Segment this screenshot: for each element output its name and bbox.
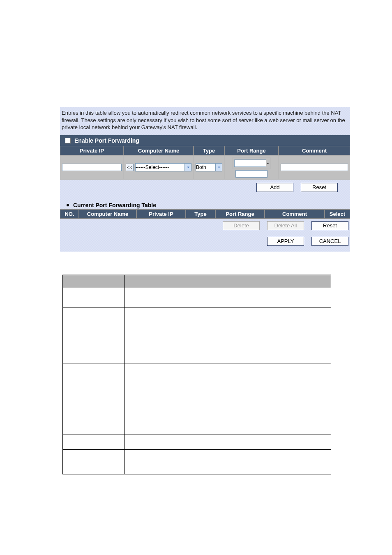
intro-text: Entries in this table allow you to autom… <box>60 107 350 135</box>
header-computer-name: Computer Name <box>124 146 194 155</box>
th-comment: Comment <box>265 209 325 219</box>
table-row <box>63 288 331 308</box>
table-header-row: NO. Computer Name Private IP Type Port R… <box>60 209 350 219</box>
table-row <box>63 435 331 449</box>
table-row <box>63 363 331 383</box>
copy-ip-button[interactable]: << <box>126 164 134 171</box>
header-type: Type <box>194 146 224 155</box>
header-comment: Comment <box>279 146 350 155</box>
th-no: NO. <box>60 209 79 219</box>
cancel-button[interactable]: CANCEL <box>311 237 348 246</box>
port-range-start-input[interactable] <box>234 160 266 167</box>
th-computer-name: Computer Name <box>79 209 136 219</box>
table-row <box>63 275 331 288</box>
computer-name-select[interactable]: ------Select------ <box>135 163 191 171</box>
delete-button[interactable]: Delete <box>223 221 260 230</box>
type-select[interactable]: Both <box>196 163 222 171</box>
reset-table-button[interactable]: Reset <box>311 221 348 230</box>
table-title: Current Port Forwarding Table <box>73 202 156 208</box>
form-input-row: << ------Select------ Both <box>60 155 350 180</box>
enable-port-forwarding-label: Enable Port Forwarding <box>74 137 139 144</box>
apply-button[interactable]: APPLY <box>267 237 304 246</box>
form-buttons: Add Reset <box>60 180 350 193</box>
delete-all-button[interactable]: Delete All <box>267 221 304 230</box>
table-title-row: Current Port Forwarding Table <box>60 193 350 209</box>
add-button[interactable]: Add <box>256 183 293 192</box>
th-select: Select <box>325 209 350 219</box>
table-row <box>63 383 331 420</box>
header-private-ip: Private IP <box>60 146 124 155</box>
th-private-ip: Private IP <box>136 209 186 219</box>
private-ip-input[interactable] <box>62 164 122 171</box>
comment-input[interactable] <box>281 164 348 171</box>
port-forwarding-panel: Entries in this table allow you to autom… <box>60 107 350 252</box>
footer-buttons: APPLY CANCEL <box>60 231 350 248</box>
table-row <box>63 449 331 474</box>
th-port-range: Port Range <box>215 209 265 219</box>
reset-button[interactable]: Reset <box>301 183 338 192</box>
table-row <box>63 420 331 435</box>
form-header-row: Private IP Computer Name Type Port Range… <box>60 146 350 155</box>
port-range-end-input[interactable] <box>235 170 267 178</box>
table-buttons: Delete Delete All Reset <box>60 219 350 231</box>
enable-row: Enable Port Forwarding <box>60 135 350 146</box>
table-row <box>63 308 331 363</box>
description-table <box>62 275 331 474</box>
header-port-range: Port Range <box>224 146 279 155</box>
th-type: Type <box>186 209 215 219</box>
bullet-icon <box>67 204 69 206</box>
enable-port-forwarding-checkbox[interactable] <box>65 138 71 143</box>
